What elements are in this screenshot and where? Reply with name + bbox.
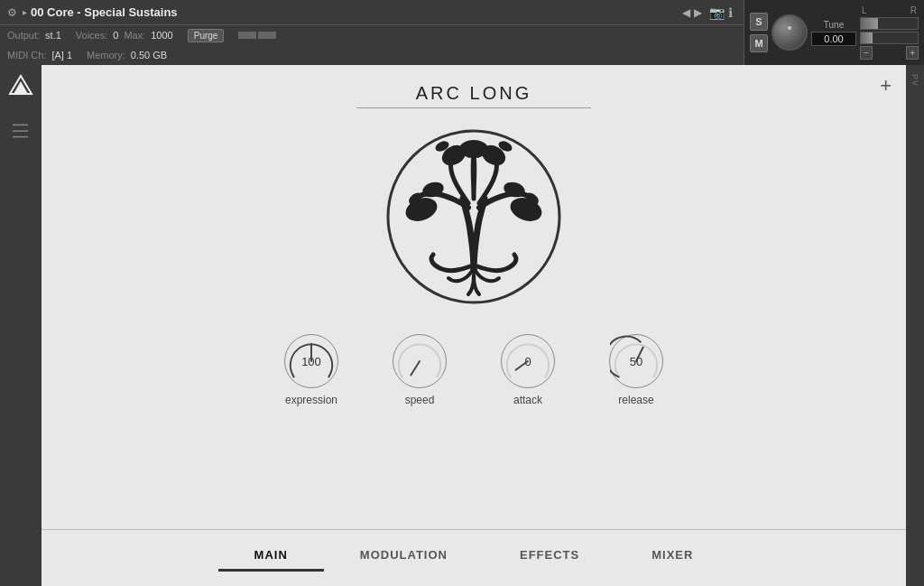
tabs-section: MAIN MODULATION EFFECTS MIXER (42, 529, 906, 586)
svg-line-15 (411, 361, 420, 375)
s-button[interactable]: S (750, 13, 768, 31)
tune-knob[interactable] (772, 14, 808, 51)
midi-section: MIDI Ch: [A] 1 (7, 50, 72, 60)
midi-label: MIDI Ch: (7, 50, 46, 60)
release-label: release (618, 394, 653, 406)
tune-value[interactable]: 0.00 (811, 32, 856, 46)
nav-left-button[interactable]: ◀ (682, 6, 690, 19)
tab-effects[interactable]: EFFECTS (484, 541, 615, 572)
content-area: + ARC LONG (42, 65, 906, 586)
max-value: 1000 (151, 30, 172, 41)
meter-bar-left (860, 17, 919, 30)
meter-fill-left (861, 18, 878, 29)
r-label: R (910, 5, 917, 15)
knobs-section: 100 expression speed (284, 334, 663, 406)
title-underline (356, 107, 591, 108)
title-nav: ◀ ▶ (682, 6, 702, 19)
logo-icon (8, 74, 33, 105)
memory-value: 0.50 GB (131, 50, 167, 60)
plus-button[interactable]: + (880, 76, 892, 96)
expression-knob-container: 100 expression (284, 334, 338, 406)
svg-point-4 (507, 194, 545, 226)
sidebar-divider: ||| (12, 123, 31, 141)
midi-row: MIDI Ch: [A] 1 Memory: 0.50 GB (0, 45, 744, 65)
top-bar-left: ⚙ ▸ 00 Core - Special Sustains ◀ ▶ 📷 ℹ O… (0, 0, 744, 65)
meter-plus-button[interactable]: + (906, 46, 919, 60)
l-label: L (862, 5, 867, 15)
top-bar-right-controls: S M Tune 0.00 L R − + (744, 0, 924, 65)
attack-knob-container: 0 attack (501, 334, 555, 406)
release-knob[interactable]: 50 (609, 334, 663, 388)
meter-fill-right (861, 33, 873, 43)
tune-knob-indicator (788, 26, 791, 30)
voices-value: 0 (113, 30, 118, 41)
sidebar-right-label: PV (910, 74, 919, 87)
output-label: Output: (7, 30, 40, 41)
svg-line-17 (636, 348, 643, 361)
main-area: ||| + ARC LONG (0, 65, 924, 586)
release-knob-arc (610, 335, 662, 387)
instrument-icon: ⚙ (7, 6, 17, 19)
max-label: Max: (124, 30, 145, 41)
attack-knob[interactable]: 0 (501, 334, 555, 388)
midi-value[interactable]: [A] 1 (51, 50, 72, 60)
output-row: Output: st.1 Voices: 0 Max: 1000 Purge (0, 25, 744, 45)
tune-section: Tune 0.00 (811, 20, 856, 46)
sidebar-right: PV (906, 65, 924, 586)
speed-label: speed (405, 394, 435, 406)
nav-right-button[interactable]: ▶ (694, 6, 702, 19)
svg-point-7 (459, 140, 488, 158)
camera-icon[interactable]: 📷 (709, 5, 725, 20)
lr-labels: L R (860, 5, 919, 15)
speed-knob-container: speed (393, 334, 447, 406)
expression-label: expression (285, 394, 337, 406)
app-logo-svg (8, 74, 33, 99)
tab-main[interactable]: MAIN (218, 541, 324, 572)
expression-knob[interactable]: 100 (284, 334, 338, 388)
top-bar: ⚙ ▸ 00 Core - Special Sustains ◀ ▶ 📷 ℹ O… (0, 0, 924, 65)
level-bars (238, 32, 276, 39)
output-value[interactable]: st.1 (45, 30, 61, 41)
release-knob-container: 50 release (609, 334, 663, 406)
memory-section: Memory: 0.50 GB (87, 50, 167, 60)
purge-button[interactable]: Purge (188, 29, 225, 42)
title-row: ⚙ ▸ 00 Core - Special Sustains ◀ ▶ 📷 ℹ (0, 0, 744, 25)
tab-mixer[interactable]: MIXER (615, 541, 729, 572)
m-button[interactable]: M (750, 34, 768, 52)
memory-label: Memory: (87, 50, 125, 60)
level-bar-2 (258, 32, 276, 39)
instrument-name: ARC LONG (416, 83, 531, 104)
attack-label: attack (513, 394, 542, 406)
dropdown-arrow-icon[interactable]: ▸ (23, 7, 27, 17)
svg-point-3 (402, 194, 440, 226)
tune-label: Tune (824, 20, 844, 30)
voices-label: Voices: (76, 30, 107, 41)
info-icon[interactable]: ℹ (728, 5, 733, 20)
sidebar-left: ||| (0, 65, 42, 586)
speed-knob-arc (393, 335, 446, 387)
attack-knob-arc (502, 335, 554, 387)
speed-knob[interactable] (393, 334, 447, 388)
output-section: Output: st.1 (7, 30, 61, 41)
meter-minus-button[interactable]: − (860, 46, 873, 60)
meter-controls: − + (860, 46, 919, 60)
meter-bar-right (860, 32, 919, 44)
level-bar-1 (238, 32, 256, 39)
tree-logo (383, 126, 564, 307)
voices-section: Voices: 0 Max: 1000 (76, 30, 173, 41)
meter-section: L R − + (860, 5, 919, 60)
instrument-title-text: 00 Core - Special Sustains (31, 5, 682, 19)
expression-knob-arc (285, 335, 337, 387)
svg-line-16 (515, 361, 528, 370)
tab-modulation[interactable]: MODULATION (324, 541, 484, 572)
